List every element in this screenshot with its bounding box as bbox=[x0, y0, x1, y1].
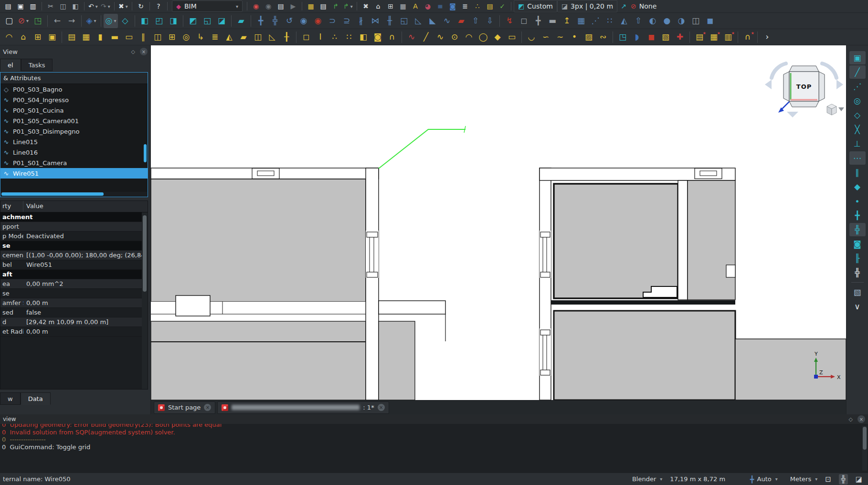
refresh-button[interactable]: ↻ bbox=[135, 0, 147, 12]
rectangle-button[interactable]: ▭ bbox=[505, 30, 519, 44]
view-front-button[interactable]: ◧ bbox=[138, 14, 152, 28]
property-group-row[interactable]: achment bbox=[0, 212, 148, 222]
image-button[interactable]: ▧ bbox=[849, 285, 866, 299]
linestyle-button[interactable]: ◪3px | 0,20 m bbox=[557, 0, 617, 12]
axonometric-button[interactable]: ◇ bbox=[118, 14, 132, 28]
macro-stop-button[interactable]: ◉ bbox=[262, 0, 275, 12]
open-folder-button[interactable]: ▤ bbox=[317, 0, 329, 12]
view-right-button[interactable]: ◨ bbox=[166, 14, 180, 28]
beam-button[interactable]: ▬ bbox=[107, 30, 122, 44]
arc-button[interactable]: ◠ bbox=[462, 30, 476, 44]
cut-plane-button[interactable]: ◭ bbox=[617, 14, 631, 28]
property-row[interactable]: sedfalse bbox=[0, 308, 148, 317]
tree-header[interactable]: & Attributes bbox=[0, 73, 148, 84]
print-button[interactable]: ▥ bbox=[27, 0, 39, 12]
simple-copy-button[interactable]: ◼ bbox=[703, 14, 717, 28]
ifc-diagnose-button[interactable]: ✚ bbox=[673, 30, 687, 44]
snap-angle-button[interactable]: ◇ bbox=[849, 108, 866, 122]
paste-button[interactable]: ◧ bbox=[69, 0, 82, 12]
property-row[interactable]: amfer S...0,00 m bbox=[0, 298, 148, 308]
door-button[interactable]: ◫ bbox=[150, 30, 165, 44]
add-opening-button[interactable]: ∩★ bbox=[741, 30, 755, 44]
snap-center-button[interactable]: ◎ bbox=[849, 94, 866, 107]
nav-back-button[interactable]: ← bbox=[50, 14, 64, 28]
tab-document[interactable]: : 1* × bbox=[217, 401, 389, 414]
pipe-connector-button[interactable]: ↳ bbox=[193, 30, 208, 44]
section-hatch-button[interactable]: ▧ bbox=[658, 30, 673, 44]
boolean-union-button[interactable]: ● bbox=[660, 14, 674, 28]
arch-sketch-button[interactable]: ◠ bbox=[2, 30, 16, 44]
whatsthis-button[interactable]: ? bbox=[152, 0, 165, 12]
bim-levels-button[interactable]: ≡ bbox=[434, 0, 446, 12]
shape2dview-button[interactable]: ◻ bbox=[517, 14, 531, 28]
draft-move-button[interactable]: ╋ bbox=[254, 14, 268, 28]
building-part-button[interactable]: ◙ bbox=[370, 30, 385, 44]
snap-parallel-button[interactable]: ∥ bbox=[849, 166, 866, 179]
view-rear-button[interactable]: ◩ bbox=[186, 14, 200, 28]
shape-builder-button[interactable]: ◧ bbox=[356, 30, 370, 44]
snap-ortho-button[interactable]: ╋ bbox=[849, 209, 866, 222]
bim-structure-button[interactable]: ▦ bbox=[397, 0, 409, 12]
path-array-button[interactable]: ⋰ bbox=[588, 14, 603, 28]
bim-documentation-button[interactable]: ◙ bbox=[446, 0, 459, 12]
snap-intersection-button[interactable]: ╳ bbox=[849, 123, 866, 136]
bim-material-button[interactable]: ∴ bbox=[471, 0, 484, 12]
monitor-button[interactable]: ⊡ bbox=[822, 474, 834, 485]
draft-scale-button[interactable]: ◱ bbox=[397, 14, 411, 28]
bim-todo-button[interactable]: ✓ bbox=[496, 0, 508, 12]
add-wall-button[interactable]: ▤★ bbox=[692, 30, 707, 44]
selected-wire[interactable] bbox=[379, 126, 466, 169]
point-button[interactable]: • bbox=[567, 30, 582, 44]
view-top-button[interactable]: ◰ bbox=[152, 14, 166, 28]
bim-quantities-button[interactable]: ◕ bbox=[422, 0, 434, 12]
property-group-row[interactable]: se bbox=[0, 241, 148, 251]
workingplane-button[interactable]: ◩Custom bbox=[514, 0, 557, 12]
array-button[interactable]: ▦ bbox=[574, 14, 588, 28]
fit-all-button[interactable]: ◎▾ bbox=[104, 14, 118, 28]
tree-horizontal-scrollbar[interactable] bbox=[1, 192, 147, 196]
close-panel-icon[interactable]: × bbox=[857, 415, 865, 423]
snap-master-button[interactable]: ↗ bbox=[617, 0, 630, 12]
column-button[interactable]: ▮ bbox=[93, 30, 107, 44]
export-alt-button[interactable]: ↱▾ bbox=[342, 0, 354, 12]
tree-item[interactable]: ∿P00_S01_Cucina bbox=[0, 105, 148, 116]
tab-start-page[interactable]: Start page × bbox=[154, 401, 215, 414]
tree-item[interactable]: ∿P01_S05_Camera001 bbox=[0, 116, 148, 126]
property-row[interactable]: et Radius0,00 m bbox=[0, 327, 148, 337]
property-scrollbar-track[interactable] bbox=[142, 212, 148, 389]
bim-layers-button[interactable]: ≣ bbox=[459, 0, 471, 12]
tree-vertical-scrollbar[interactable] bbox=[144, 144, 147, 162]
project-button[interactable]: ▣ bbox=[45, 30, 59, 44]
bim-views-button[interactable]: ⊞ bbox=[384, 0, 397, 12]
property-row[interactable]: pport bbox=[0, 222, 148, 232]
rightbar-overflow-button[interactable]: ∨ bbox=[849, 300, 866, 313]
slab-button[interactable]: ▭ bbox=[122, 30, 136, 44]
nav-forward-button[interactable]: → bbox=[64, 14, 79, 28]
ellipse-button[interactable]: ◯ bbox=[476, 30, 490, 44]
draft-clone-button[interactable]: ◉ bbox=[296, 14, 311, 28]
points-button[interactable]: ∷ bbox=[342, 30, 356, 44]
copy-button[interactable]: ◫ bbox=[57, 0, 69, 12]
open-button[interactable]: ▤ bbox=[2, 0, 14, 12]
ifc-elements-button[interactable]: ◼ bbox=[644, 30, 658, 44]
bezier-button[interactable]: ∼ bbox=[553, 30, 567, 44]
property-row[interactable]: se bbox=[0, 289, 148, 298]
export-button[interactable]: ↱ bbox=[329, 0, 342, 12]
measure-button[interactable]: ▰ bbox=[234, 14, 248, 28]
panel-button[interactable]: ▰ bbox=[236, 30, 251, 44]
close-tab-icon[interactable]: × bbox=[204, 404, 211, 411]
snap-special-button[interactable]: ◆ bbox=[849, 180, 866, 193]
workbench-selector[interactable]: ◆BIM▾ bbox=[172, 0, 243, 12]
draft-offset2d-button[interactable]: ⊇ bbox=[339, 14, 354, 28]
rebar-button[interactable]: ∥ bbox=[136, 30, 150, 44]
nav-cube-menu[interactable] bbox=[827, 104, 844, 115]
clipping-button[interactable]: ⊘▾ bbox=[16, 14, 31, 28]
bim-setup-button[interactable]: ✖ bbox=[360, 0, 372, 12]
tab-tasks[interactable]: Tasks bbox=[21, 59, 53, 71]
std-views-button[interactable]: ◈▾ bbox=[84, 14, 98, 28]
snap-near-button[interactable]: ∙ bbox=[849, 194, 866, 208]
tree-item[interactable]: ∿P01_S01_Camera bbox=[0, 158, 148, 168]
polygon-button[interactable]: ◆ bbox=[490, 30, 505, 44]
boolean-cut-button[interactable]: ◐ bbox=[646, 14, 660, 28]
draft-mirror-button[interactable]: ◺ bbox=[411, 14, 425, 28]
